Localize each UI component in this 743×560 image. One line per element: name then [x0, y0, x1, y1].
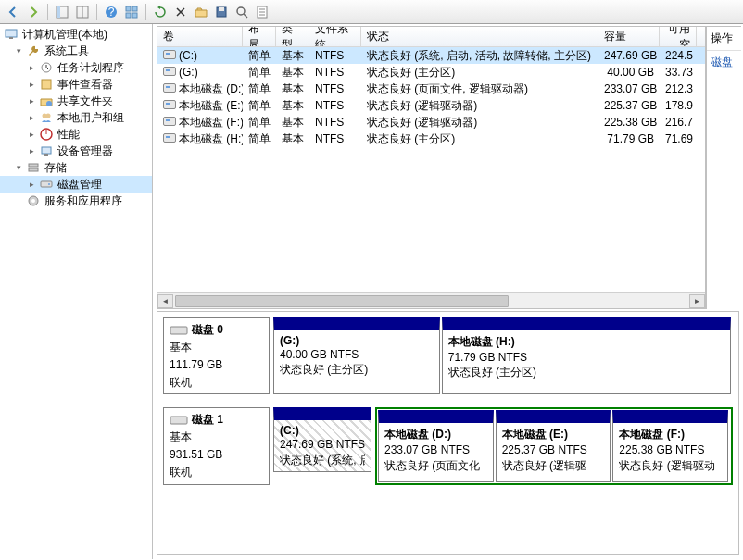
vol-status: 状态良好 (主分区)	[361, 64, 598, 81]
save-button[interactable]	[212, 3, 231, 21]
scroll-thumb[interactable]	[175, 295, 509, 307]
tree-item-device[interactable]: ▸设备管理器	[0, 143, 152, 159]
partition-status: 状态良好 (主分区)	[280, 362, 434, 377]
disk-info[interactable]: 磁盘 0基本111.79 GB联机	[163, 317, 270, 394]
volume-row[interactable]: 本地磁盘 (F:)简单基本NTFS状态良好 (逻辑驱动器)225.38 GB21…	[157, 114, 705, 131]
expand-icon[interactable]: ▸	[26, 95, 37, 106]
expand-icon[interactable]: ▸	[26, 62, 37, 73]
vol-capacity: 225.37 GB	[598, 98, 660, 113]
vol-fs: NTFS	[309, 65, 361, 80]
expand-icon[interactable]: ▸	[26, 79, 37, 90]
volume-row[interactable]: 本地磁盘 (H:)简单基本NTFS状态良好 (主分区)71.79 GB71.69	[157, 131, 705, 147]
svg-rect-30	[41, 181, 52, 187]
scroll-right-icon[interactable]: ►	[689, 294, 705, 308]
tree-item-disk[interactable]: ▸磁盘管理	[0, 176, 152, 193]
svg-rect-9	[132, 13, 137, 18]
col-free[interactable]: 可用空	[660, 27, 697, 46]
partition-size: 40.00 GB NTFS	[280, 347, 434, 362]
volume-row[interactable]: (G:)简单基本NTFS状态良好 (主分区)40.00 GB33.73	[157, 64, 705, 81]
partition-box[interactable]: (C:)247.69 GB NTFS状态良好 (系统, 启	[273, 407, 372, 471]
vol-status: 状态良好 (逻辑驱动器)	[361, 97, 598, 115]
tree-item-users[interactable]: ▸本地用户和组	[0, 109, 152, 126]
vol-type: 基本	[276, 131, 309, 148]
drive-icon	[163, 83, 176, 93]
partition-box[interactable]: 本地磁盘 (F:)225.38 GB NTFS状态良好 (逻辑驱动	[612, 410, 728, 481]
forward-button[interactable]	[24, 3, 43, 21]
tree-label: 服务和应用程序	[43, 193, 124, 209]
volume-row[interactable]: 本地磁盘 (E:)简单基本NTFS状态良好 (逻辑驱动器)225.37 GB17…	[157, 97, 705, 114]
back-button[interactable]	[4, 3, 22, 21]
partition-box[interactable]: 本地磁盘 (E:)225.37 GB NTFS状态良好 (逻辑驱	[496, 410, 611, 481]
separator	[47, 4, 48, 20]
volume-row[interactable]: 本地磁盘 (D:)简单基本NTFS状态良好 (页面文件, 逻辑驱动器)233.0…	[157, 81, 705, 97]
tree-label: 事件查看器	[56, 77, 115, 93]
actions-link[interactable]: 磁盘	[707, 51, 741, 74]
partition-size: 225.38 GB NTFS	[619, 442, 722, 457]
svg-text:?: ?	[108, 6, 115, 19]
partition-status: 状态良好 (页面文化	[384, 458, 487, 473]
delete-button[interactable]	[171, 3, 190, 21]
svg-rect-34	[170, 327, 187, 334]
disk-state: 联机	[170, 375, 263, 391]
tile-button[interactable]	[122, 3, 141, 21]
split-view-button[interactable]	[73, 3, 92, 21]
tree-root-item[interactable]: 计算机管理(本地)	[0, 26, 152, 43]
tree-item-perf[interactable]: ▸性能	[0, 126, 152, 143]
tree-label: 本地用户和组	[56, 110, 126, 126]
disk-row: 磁盘 0基本111.79 GB联机(G:)40.00 GB NTFS状态良好 (…	[163, 317, 733, 394]
svg-rect-11	[219, 7, 224, 11]
vol-free: 216.7	[660, 115, 697, 130]
extended-partition: 本地磁盘 (D:)233.07 GB NTFS状态良好 (页面文化本地磁盘 (E…	[375, 407, 733, 484]
svg-rect-7	[132, 6, 137, 11]
volume-row[interactable]: (C:)简单基本NTFS状态良好 (系统, 启动, 活动, 故障转储, 主分区)…	[157, 47, 705, 64]
tree-item-wrench[interactable]: ▾系统工具	[0, 43, 152, 59]
vol-fs: NTFS	[309, 48, 361, 63]
find-button[interactable]	[233, 3, 251, 21]
h-scrollbar[interactable]: ◄ ►	[157, 292, 705, 308]
col-status[interactable]: 状态	[361, 27, 598, 46]
partition-box[interactable]: 本地磁盘 (D:)233.07 GB NTFS状态良好 (页面文化	[378, 410, 494, 481]
tree-item-storage[interactable]: ▾存储	[0, 159, 152, 176]
tree-item-share[interactable]: ▸共享文件夹	[0, 93, 152, 109]
expand-icon[interactable]: ▸	[26, 145, 37, 156]
vol-fs: NTFS	[309, 81, 361, 96]
disk-title: 磁盘 0	[192, 322, 223, 338]
separator	[145, 4, 146, 20]
scroll-left-icon[interactable]: ◄	[157, 294, 173, 308]
expand-icon[interactable]: ▾	[13, 162, 24, 173]
help-button[interactable]: ?	[102, 3, 120, 21]
properties-button[interactable]	[253, 3, 271, 21]
show-tree-button[interactable]	[53, 3, 71, 21]
partition-size: 71.79 GB NTFS	[448, 350, 724, 365]
expand-icon[interactable]: ▸	[26, 129, 37, 140]
vol-status: 状态良好 (系统, 启动, 活动, 故障转储, 主分区)	[361, 47, 598, 65]
tree-item-clock[interactable]: ▸任务计划程序	[0, 59, 152, 76]
col-layout[interactable]: 布局	[243, 27, 276, 46]
actions-header: 操作	[707, 27, 741, 51]
vol-free: 33.73	[660, 65, 697, 80]
col-filesystem[interactable]: 文件系统	[309, 27, 361, 46]
tree-label: 系统工具	[43, 44, 91, 59]
tree-item-event[interactable]: ▸事件查看器	[0, 76, 152, 93]
vol-type: 基本	[276, 81, 309, 98]
disk-info[interactable]: 磁盘 1基本931.51 GB联机	[163, 407, 270, 484]
share-icon	[39, 93, 54, 108]
expand-icon[interactable]: ▸	[26, 112, 37, 123]
partition-box[interactable]: (G:)40.00 GB NTFS状态良好 (主分区)	[273, 317, 440, 394]
vol-free: 71.69	[660, 131, 697, 146]
tree-item-services[interactable]: 服务和应用程序	[0, 193, 152, 209]
expand-icon[interactable]: ▸	[26, 179, 37, 190]
vol-name: 本地磁盘 (D:)	[157, 81, 243, 98]
disk-icon	[39, 177, 54, 192]
col-capacity[interactable]: 容量	[598, 27, 660, 46]
refresh-button[interactable]	[151, 3, 170, 21]
expand-icon[interactable]: ▾	[13, 45, 24, 56]
open-button[interactable]	[192, 3, 210, 21]
drive-icon	[163, 133, 176, 143]
vol-type: 基本	[276, 47, 309, 65]
partition-status: 状态良好 (主分区)	[448, 365, 724, 380]
col-type[interactable]: 类型	[276, 27, 309, 46]
partition-box[interactable]: 本地磁盘 (H:)71.79 GB NTFS状态良好 (主分区)	[442, 317, 731, 394]
col-volume[interactable]: 卷	[157, 27, 243, 46]
vol-name: 本地磁盘 (H:)	[157, 131, 243, 148]
